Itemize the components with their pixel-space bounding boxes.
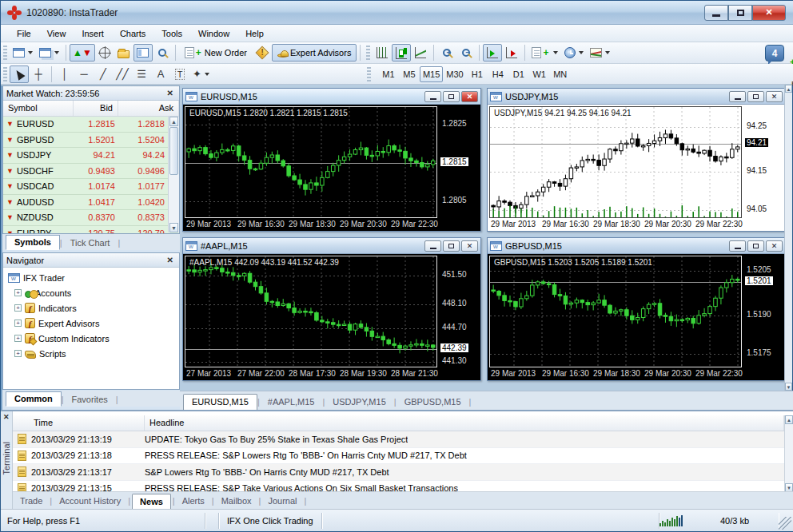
new-chart-button[interactable]: + [10,44,36,62]
chart-window-titlebar[interactable]: GBPUSD,M15✕ [488,238,785,254]
chart-close-button[interactable]: ✕ [766,240,783,252]
chart-area[interactable]: GBPUSD,M15 1.5203 1.5205 1.5189 1.52011.… [488,254,785,380]
menu-item-insert[interactable]: Insert [74,26,112,41]
minimize-button[interactable] [704,5,728,21]
terminal-tab-account-history[interactable]: Account History [52,494,128,509]
market-watch-row-usdchf[interactable]: ▼USDCHF0.94930.9496 [3,164,179,180]
notification-badge[interactable]: 4 [765,45,784,62]
market-watch-scrollbar[interactable]: ▲ ▼ [168,117,179,232]
column-symbol[interactable]: Symbol [3,101,74,116]
terminal-tab-journal[interactable]: Journal [261,494,304,509]
navigator-item-scripts[interactable]: +Scripts [6,346,179,361]
menu-item-tools[interactable]: Tools [153,26,190,41]
time-axis[interactable]: 27 Mar 201327 Mar 22:0028 Mar 17:3028 Ma… [185,368,439,379]
chart-close-button[interactable]: ✕ [461,240,478,252]
price-scale[interactable]: 94.2594.2194.1594.05 [743,106,785,220]
cursor-tool-button[interactable] [10,66,29,83]
new-order-button[interactable]: +New Order [179,44,253,62]
chart-area[interactable]: USDJPY,M15 94.21 94.25 94.16 94.2194.259… [488,105,785,231]
market-watch-row-usdjpy[interactable]: ▼USDJPY94.2194.24 [3,148,179,164]
market-watch-row-nzdusd[interactable]: ▼NZDUSD0.83700.8373 [3,210,179,226]
expert-advisors-button[interactable]: Expert Advisors [272,44,357,62]
resize-grip[interactable] [779,517,791,530]
column-ask[interactable]: Ask [118,101,179,116]
chart-tab--aapl-m15[interactable]: #AAPL,M15 [260,395,323,410]
terminal-scrollbar[interactable]: ▲ ▼ [784,415,793,492]
periods-button[interactable] [561,44,587,62]
timeframe-button-m15[interactable]: M15 [420,66,443,82]
menu-item-view[interactable]: View [39,26,74,41]
market-watch-toggle-button[interactable]: ▲▼ [70,44,95,62]
navigator-item-custom-indicators[interactable]: +fCustom Indicators [6,331,179,346]
market-watch-row-gbpusd[interactable]: ▼GBPUSD1.52011.5204 [3,133,179,149]
chart-minimize-button[interactable] [424,240,441,252]
status-one-click-trading[interactable]: IFX One Click Trading [219,513,322,529]
chart-minimize-button[interactable] [424,91,441,102]
terminal-tab-news[interactable]: News [132,494,171,510]
news-row[interactable]: 2013/03/29 21:13:17S&P Lowers Rtg To 'BB… [13,464,784,481]
chart-tab-usdjpy-m15[interactable]: USDJPY,M15 [325,395,393,410]
strategy-tester-button[interactable] [153,44,172,62]
navigator-item-accounts[interactable]: +Accounts [6,285,179,300]
chart-window-titlebar[interactable]: USDJPY,M15✕ [488,89,785,105]
close-icon[interactable]: ✕ [165,89,176,97]
chart-window-titlebar[interactable]: EURUSD,M15✕ [183,89,480,105]
metaquotes-alert-button[interactable]: ! [253,44,272,62]
chart-minimize-button[interactable] [729,240,746,252]
time-axis[interactable]: 29 Mar 201329 Mar 16:3029 Mar 18:3029 Ma… [489,219,743,230]
market-watch-row-usdcad[interactable]: ▼USDCAD1.01741.0177 [3,179,179,195]
news-row[interactable]: 2013/03/29 21:13:19UPDATE: Tokyo Gas To … [13,431,784,448]
candlestick-plot[interactable] [489,106,742,218]
chevron-down-icon[interactable] [205,73,209,76]
chart-restore-button[interactable] [747,240,764,252]
tab-tick-chart[interactable]: Tick Chart [62,236,118,250]
menu-item-charts[interactable]: Charts [112,26,153,41]
chart-area[interactable]: EURUSD,M15 1.2820 1.2821 1.2815 1.28151.… [183,105,480,231]
toolbar-grip[interactable] [3,67,7,81]
menu-item-help[interactable]: Help [237,26,272,41]
chart-close-button[interactable]: ✕ [461,91,478,102]
templates-button[interactable] [587,44,613,62]
timeframe-button-h4[interactable]: H4 [488,66,508,82]
candlestick-plot[interactable] [489,256,742,367]
chart-restore-button[interactable] [747,91,764,102]
navigator-root[interactable]: IFX Trader [6,270,179,285]
close-icon[interactable]: ✕ [165,256,176,264]
chart-tab-eurusd-m15[interactable]: EURUSD,M15 [183,394,257,410]
arrows-button[interactable]: ✦ [189,66,213,83]
toolbar-grip[interactable] [3,46,7,60]
price-scale[interactable]: 451.50448.10444.70442.39441.30 [439,256,480,369]
chevron-down-icon[interactable] [28,51,33,54]
market-watch-row-eurjpy[interactable]: ▼EURJPY120.75120.79 [3,226,179,234]
candlestick-plot[interactable] [185,106,437,218]
terminal-tab-alerts[interactable]: Alerts [175,494,212,509]
chart-window-eurusd[interactable]: EURUSD,M15✕EURUSD,M15 1.2820 1.2821 1.28… [182,88,481,232]
expand-icon[interactable]: + [14,320,22,327]
column-headline[interactable]: Headline [145,415,784,431]
fibonacci-button[interactable]: ☰F [132,66,151,83]
title-bar[interactable]: 1020890: InstaTrader ✕ [1,1,793,25]
tab-common[interactable]: Common [6,391,62,407]
vertical-line-button[interactable]: │ [55,66,74,83]
text-tool-button[interactable]: A [151,66,170,83]
bar-chart-button[interactable] [373,44,392,62]
workspace-scrollbar[interactable]: ▲ ▼ [784,85,792,391]
chart-close-button[interactable]: ✕ [766,91,783,102]
chevron-down-icon[interactable] [579,51,584,54]
menu-item-file[interactable]: File [9,26,39,41]
terminal-tab-mailbox[interactable]: Mailbox [214,494,259,509]
chart-tab-gbpusd-m15[interactable]: GBPUSD,M15 [396,395,469,410]
data-window-button[interactable] [95,44,114,62]
column-bid[interactable]: Bid [74,101,118,116]
crosshair-tool-button[interactable]: ┼ [29,66,48,83]
chart-window-aapl[interactable]: #AAPL,M15✕#AAPL,M15 442.09 443.19 441.52… [182,237,481,381]
timeframe-button-d1[interactable]: D1 [508,66,529,82]
navigator-item-indicators[interactable]: +fIndicators [6,300,179,316]
toolbar-grip[interactable] [367,67,371,81]
expand-icon[interactable]: + [14,350,22,357]
time-axis[interactable]: 29 Mar 201329 Mar 16:3029 Mar 18:3029 Ma… [489,368,743,379]
chart-area[interactable]: #AAPL,M15 442.09 443.19 441.52 442.39451… [183,254,480,380]
navigator-toggle-button[interactable] [133,44,153,62]
horizontal-line-button[interactable]: ─ [74,66,94,83]
favorites-button[interactable] [114,44,133,62]
